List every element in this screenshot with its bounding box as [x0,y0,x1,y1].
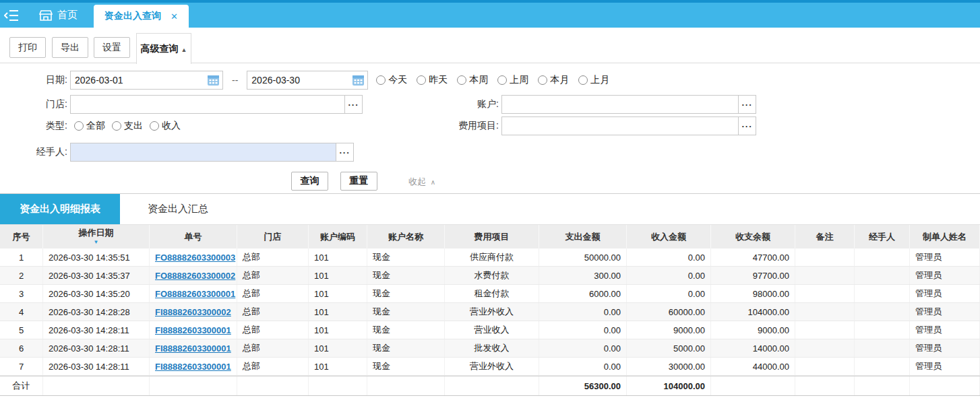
export-button[interactable]: 导出 [52,37,88,58]
column-header-2[interactable]: 单号 [150,225,237,248]
table-cell: 2026-03-30 14:28:28 [43,303,150,321]
table-cell: 2026-03-30 14:28:11 [43,339,150,357]
table-cell: 现金 [367,285,445,302]
table-cell [855,303,910,321]
tab-detail-report[interactable]: 资金出入明细报表 [0,194,120,224]
column-header-3[interactable]: 门店 [237,225,309,248]
type-radio-1[interactable]: 支出 [112,120,143,132]
table-row: 72026-03-30 14:28:11FI88882603300001总部10… [0,358,980,376]
quick-range-radio-4[interactable]: 本月 [538,74,569,86]
table-cell: 300.00 [539,267,627,284]
query-button[interactable]: 查询 [291,172,328,191]
chevron-up-icon: ▲ [181,46,187,53]
store-input[interactable] [70,95,345,114]
table-cell: 101 [309,358,367,375]
account-label: 账户: [431,98,499,110]
table-cell: FO88882603300002 [150,267,237,284]
tab-cash-query[interactable]: 资金出入查询 ✕ [94,5,189,28]
date-from-input[interactable] [70,71,223,90]
document-number-link[interactable]: FO88882603300003 [155,253,235,263]
table-cell: 现金 [367,267,445,284]
date-to-input[interactable] [247,71,368,90]
table-cell: 101 [309,339,367,357]
column-header-6[interactable]: 费用项目 [445,225,539,248]
reset-button[interactable]: 重置 [340,172,377,191]
calendar-icon[interactable] [207,74,220,86]
column-header-0[interactable]: 序号 [0,225,43,248]
quick-range-radio-label: 上月 [590,74,609,86]
quick-range-radio-3[interactable]: 上周 [497,74,528,86]
table-cell [795,358,855,375]
table-cell [855,267,910,284]
document-number-link[interactable]: FI88882603300002 [155,307,231,317]
table-cell: 101 [309,267,367,284]
column-header-8[interactable]: 收入金额 [627,225,711,248]
advanced-query-button[interactable]: 高级查询 ▲ [136,33,191,64]
column-header-1[interactable]: 操作日期▼ [43,225,150,248]
radio-icon [417,75,426,85]
column-header-4[interactable]: 账户编码 [309,225,367,248]
type-radio-0[interactable]: 全部 [74,120,105,132]
tab-summary-report[interactable]: 资金出入汇总 [120,194,236,224]
table-cell: FI88882603300002 [150,303,237,321]
table-cell [795,321,855,339]
table-row: 62026-03-30 14:28:11FI88882603300001总部10… [0,339,980,358]
table-cell: 管理员 [910,339,980,357]
table-cell: 0.00 [539,321,627,339]
total-row-empty-cell [237,376,309,395]
total-row-empty-cell [150,376,237,395]
table-cell: 9000.00 [627,321,711,339]
table-cell: 9000.00 [711,321,795,339]
document-number-link[interactable]: FI88882603300001 [155,343,231,354]
table-cell: 2026-03-30 14:35:20 [43,285,150,302]
table-cell: 现金 [367,303,445,321]
quick-range-radio-1[interactable]: 昨天 [417,74,448,86]
column-header-7[interactable]: 支出金额 [539,225,627,248]
column-header-9[interactable]: 收支余额 [711,225,795,248]
account-input[interactable] [501,95,739,114]
column-header-5[interactable]: 账户名称 [367,225,445,248]
calendar-icon[interactable] [352,74,365,86]
total-row-empty-cell [445,376,539,395]
collapse-menu-icon[interactable] [0,5,23,26]
table-cell: 营业外收入 [445,358,539,375]
type-radio-2[interactable]: 收入 [150,120,181,132]
table-cell: 总部 [237,303,309,321]
document-number-link[interactable]: FI88882603300001 [155,362,231,372]
table-cell [795,267,855,284]
expense-item-input[interactable] [501,116,739,135]
column-header-11[interactable]: 经手人 [855,225,910,248]
type-label: 类型: [0,120,67,132]
quick-range-radio-0[interactable]: 今天 [376,74,407,86]
document-number-link[interactable]: FO88882603300002 [155,271,235,281]
table-cell: 6000.00 [539,285,627,302]
account-more-icon[interactable]: ··· [739,95,756,114]
date-range-separator: -- [232,75,238,86]
collapse-filters-label: 收起 [408,176,426,187]
quick-range-radio-5[interactable]: 上月 [578,74,609,86]
total-expense-amount: 56300.00 [539,376,627,395]
handler-label: 经手人: [0,146,67,158]
radio-icon [578,75,588,85]
total-row-empty-cell [910,376,980,395]
collapse-filters-link[interactable]: 收起 ∧ [408,176,435,188]
handler-input[interactable] [70,143,336,162]
radio-icon [497,75,507,85]
document-number-link[interactable]: FI88882603300001 [155,325,231,335]
close-tab-icon[interactable]: ✕ [171,11,178,22]
column-header-10[interactable]: 备注 [795,225,855,248]
store-more-icon[interactable]: ··· [345,95,363,114]
print-button[interactable]: 打印 [9,37,46,58]
quick-range-radio-2[interactable]: 本周 [457,74,488,86]
quick-range-radio-label: 本月 [550,74,569,86]
table-cell: 3 [0,285,43,302]
table-row: 12026-03-30 14:35:51FO88882603300003总部10… [0,248,980,267]
expense-item-more-icon[interactable]: ··· [739,116,756,135]
total-row-empty-cell [711,376,795,395]
column-header-12[interactable]: 制单人姓名 [910,225,980,248]
handler-more-icon[interactable]: ··· [336,143,354,162]
table-cell: 30000.00 [627,358,711,375]
settings-button[interactable]: 设置 [94,37,130,58]
home-tab[interactable]: 首页 [39,9,78,22]
document-number-link[interactable]: FO88882603300001 [155,289,235,299]
